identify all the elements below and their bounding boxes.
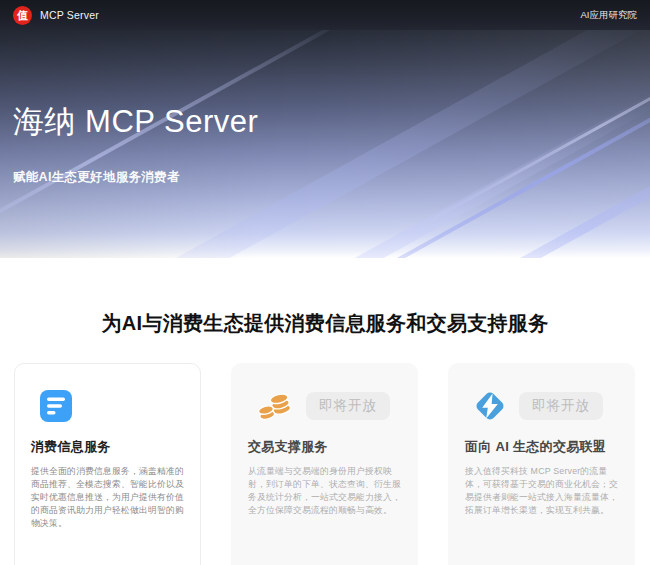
- card-consumer-info[interactable]: 消费信息服务 提供全面的消费信息服务，涵盖精准的商品推荐、全模态搜索、智能比价以…: [14, 363, 201, 565]
- card-title: 消费信息服务: [31, 438, 185, 456]
- card-ai-alliance[interactable]: 即将开放 面向 AI 生态的交易联盟 接入值得买科技 MCP Server的流量…: [448, 363, 635, 565]
- hero-streak: [416, 30, 650, 230]
- coming-soon-badge: 即将开放: [306, 392, 390, 420]
- article-list-icon: [39, 389, 73, 423]
- ai-research-link[interactable]: AI应用研究院: [581, 9, 637, 22]
- hero-streak: [0, 30, 650, 258]
- brand: 值 MCP Server: [13, 6, 99, 25]
- smzdm-logo-icon[interactable]: 值: [13, 6, 32, 25]
- coins-icon: [256, 389, 294, 423]
- card-icon-row: [39, 389, 185, 423]
- card-title: 交易支撑服务: [248, 438, 402, 456]
- card-icon-row: 即将开放: [256, 389, 402, 423]
- card-title: 面向 AI 生态的交易联盟: [465, 438, 619, 456]
- hero-streak: [248, 40, 650, 258]
- hero-streak: [0, 30, 356, 258]
- brand-name: MCP Server: [40, 9, 99, 21]
- lightning-icon: [473, 389, 507, 423]
- top-bar: 值 MCP Server AI应用研究院: [0, 0, 650, 30]
- hero-title: 海纳 MCP Server: [13, 101, 258, 143]
- card-body: 从流量端与交易端的身份用户授权映射，到订单的下单、状态查询、衍生服务及统计分析，…: [248, 465, 402, 517]
- hero-banner: 海纳 MCP Server 赋能AI生态更好地服务消费者: [0, 30, 650, 258]
- hero-subtitle: 赋能AI生态更好地服务消费者: [13, 169, 180, 186]
- card-icon-row: 即将开放: [473, 389, 619, 423]
- section-heading: 为AI与消费生态提供消费信息服务和交易支持服务: [0, 310, 650, 337]
- card-transaction-support[interactable]: 即将开放 交易支撑服务 从流量端与交易端的身份用户授权映射，到订单的下单、状态查…: [231, 363, 418, 565]
- main-content: 为AI与消费生态提供消费信息服务和交易支持服务 消费信息服务 提供全面的消费信息…: [0, 310, 650, 565]
- card-body: 接入值得买科技 MCP Server的流量体，可获得基于交易的商业化机会；交易提…: [465, 465, 619, 517]
- coming-soon-badge: 即将开放: [519, 392, 603, 420]
- card-body: 提供全面的消费信息服务，涵盖精准的商品推荐、全模态搜索、智能比价以及实时优惠信息…: [31, 465, 185, 530]
- hero-streak: [360, 95, 650, 258]
- service-cards: 消费信息服务 提供全面的消费信息服务，涵盖精准的商品推荐、全模态搜索、智能比价以…: [0, 363, 650, 565]
